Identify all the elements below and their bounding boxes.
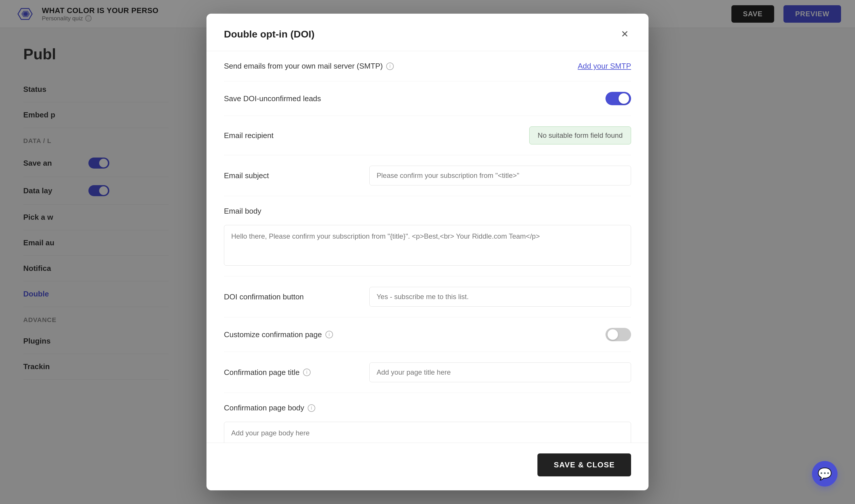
email-subject-label: Email subject: [224, 171, 329, 180]
modal-row-email-recipient: Email recipient No suitable form field f…: [224, 116, 631, 155]
doi-modal: Double opt-in (DOI) ✕ Send emails from y…: [207, 14, 648, 490]
page-body-label: Confirmation page body i: [224, 403, 315, 412]
modal-title: Double opt-in (DOI): [224, 29, 315, 40]
page-title-label: Confirmation page title i: [224, 368, 329, 377]
save-doi-label: Save DOI-unconfirmed leads: [224, 94, 329, 103]
modal-footer: SAVE & CLOSE: [207, 443, 648, 490]
chat-icon: 💬: [818, 467, 832, 481]
customize-page-toggle-container: [606, 328, 631, 341]
customize-page-info-icon[interactable]: i: [326, 331, 333, 338]
customize-page-right: [342, 328, 631, 341]
save-doi-toggle-container: [606, 92, 631, 105]
customize-page-label: Customize confirmation page i: [224, 330, 333, 339]
smtp-right: Add your SMTP: [403, 61, 631, 71]
modal-row-email-subject: Email subject: [224, 155, 631, 196]
email-subject-input[interactable]: [369, 166, 631, 185]
email-recipient-right: No suitable form field found: [338, 126, 631, 144]
email-recipient-label: Email recipient: [224, 131, 329, 140]
save-doi-right: [338, 92, 631, 105]
chat-bubble-button[interactable]: 💬: [812, 461, 838, 487]
modal-header: Double opt-in (DOI) ✕: [207, 14, 648, 51]
email-body-label: Email body: [224, 206, 261, 216]
modal-row-page-title: Confirmation page title i: [224, 352, 631, 393]
modal-row-email-body: Email body: [224, 196, 631, 276]
email-subject-right: [338, 166, 631, 185]
save-doi-toggle[interactable]: [606, 92, 631, 105]
modal-row-doi-button: DOI confirmation button: [224, 276, 631, 318]
customize-page-toggle[interactable]: [606, 328, 631, 341]
doi-button-right: [338, 287, 631, 307]
page-body-info-icon[interactable]: i: [308, 404, 315, 412]
smtp-info-icon[interactable]: i: [386, 62, 394, 70]
modal-row-customize-page: Customize confirmation page i: [224, 318, 631, 352]
smtp-label: Send emails from your own mail server (S…: [224, 61, 394, 71]
confirmation-page-body-textarea[interactable]: [224, 422, 631, 443]
doi-confirmation-button-input[interactable]: [369, 287, 631, 307]
modal-row-smtp: Send emails from your own mail server (S…: [224, 51, 631, 82]
modal-close-button[interactable]: ✕: [618, 28, 631, 40]
save-close-button[interactable]: SAVE & CLOSE: [537, 453, 631, 476]
page-title-info-icon[interactable]: i: [303, 368, 311, 376]
add-smtp-link[interactable]: Add your SMTP: [578, 61, 631, 71]
modal-row-save-doi: Save DOI-unconfirmed leads: [224, 82, 631, 116]
confirmation-page-title-input[interactable]: [369, 362, 631, 382]
doi-button-label: DOI confirmation button: [224, 292, 329, 301]
no-form-field-badge: No suitable form field found: [529, 126, 631, 144]
email-body-textarea[interactable]: [224, 225, 631, 266]
modal-row-page-body: Confirmation page body i: [224, 393, 631, 443]
page-title-right: [338, 362, 631, 382]
modal-body: Send emails from your own mail server (S…: [207, 51, 648, 443]
